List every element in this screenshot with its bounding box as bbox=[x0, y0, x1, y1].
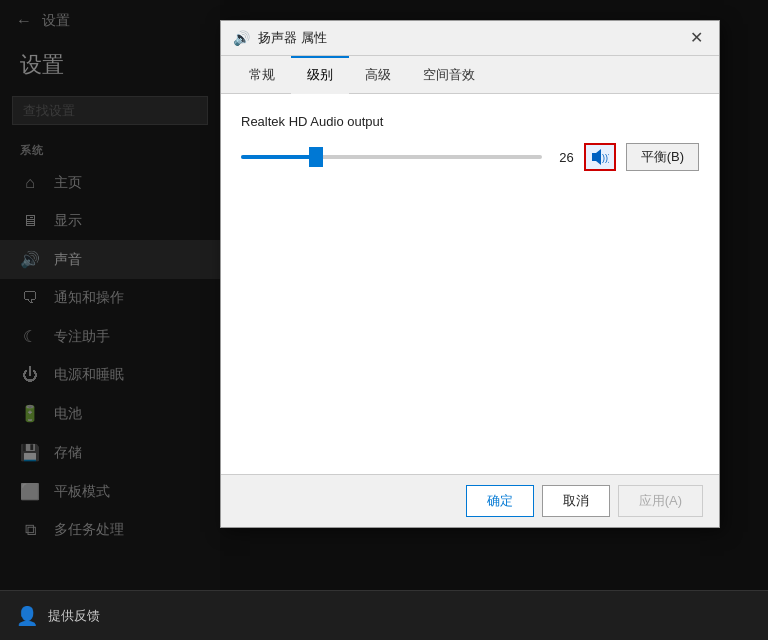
svg-text:)))): )))) bbox=[602, 153, 609, 163]
tab-general[interactable]: 常规 bbox=[233, 56, 291, 93]
ok-button[interactable]: 确定 bbox=[466, 485, 534, 517]
speaker-properties-dialog: 🔊 扬声器 属性 ✕ 常规 级别 高级 空间音效 Realtek HD Audi… bbox=[220, 20, 720, 528]
dialog-close-button[interactable]: ✕ bbox=[686, 30, 707, 46]
balance-button[interactable]: 平衡(B) bbox=[626, 143, 699, 171]
bottom-bar: 👤 提供反馈 bbox=[0, 590, 768, 640]
speaker-title-icon: 🔊 bbox=[233, 30, 250, 46]
volume-slider-container[interactable] bbox=[241, 145, 542, 169]
svg-marker-0 bbox=[592, 149, 601, 165]
apply-button[interactable]: 应用(A) bbox=[618, 485, 703, 517]
cancel-button[interactable]: 取消 bbox=[542, 485, 610, 517]
volume-row: 26 )))) 平衡(B) bbox=[241, 143, 699, 171]
dialog-footer: 确定 取消 应用(A) bbox=[221, 474, 719, 527]
tab-levels[interactable]: 级别 bbox=[291, 56, 349, 94]
tab-advanced[interactable]: 高级 bbox=[349, 56, 407, 93]
device-name-label: Realtek HD Audio output bbox=[241, 114, 699, 129]
slider-fill bbox=[241, 155, 316, 159]
tab-spatial[interactable]: 空间音效 bbox=[407, 56, 491, 93]
dialog-content: Realtek HD Audio output 26 )))) 平衡(B) bbox=[221, 94, 719, 474]
dialog-tabs: 常规 级别 高级 空间音效 bbox=[221, 56, 719, 94]
feedback-icon: 👤 bbox=[16, 605, 38, 627]
slider-thumb[interactable] bbox=[309, 147, 323, 167]
volume-value: 26 bbox=[552, 150, 574, 165]
dialog-title-text: 扬声器 属性 bbox=[258, 29, 678, 47]
mute-button[interactable]: )))) bbox=[584, 143, 616, 171]
slider-track bbox=[241, 155, 542, 159]
feedback-text[interactable]: 提供反馈 bbox=[48, 607, 100, 625]
dialog-titlebar: 🔊 扬声器 属性 ✕ bbox=[221, 21, 719, 56]
